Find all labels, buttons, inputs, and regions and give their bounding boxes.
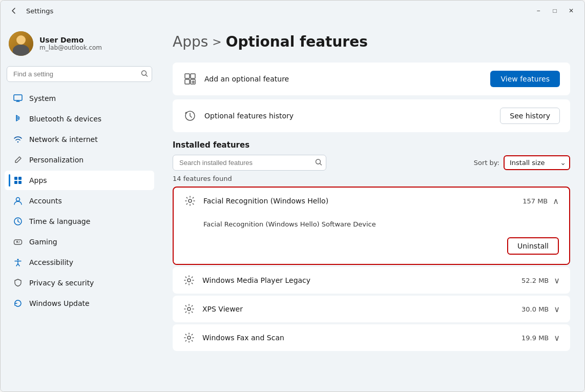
see-history-button[interactable]: See history bbox=[500, 108, 560, 124]
maximize-button[interactable]: □ bbox=[548, 4, 562, 18]
sidebar-item-time[interactable]: Time & language bbox=[5, 212, 154, 231]
person-icon bbox=[13, 196, 23, 206]
history-label: Optional features history bbox=[204, 112, 294, 120]
search-input[interactable] bbox=[7, 66, 152, 82]
user-name: User Demo bbox=[39, 36, 102, 44]
add-feature-label: Add an optional feature bbox=[204, 75, 289, 83]
bluetooth-icon bbox=[13, 114, 23, 124]
sidebar-item-accessibility-label: Accessibility bbox=[29, 258, 73, 266]
search-box bbox=[7, 66, 152, 82]
breadcrumb-parent: Apps bbox=[173, 33, 208, 50]
minimize-button[interactable]: − bbox=[531, 4, 546, 18]
feature-gear-icon-xps bbox=[183, 303, 195, 315]
feature-row-fax[interactable]: Windows Fax and Scan 19.9 MB ∨ bbox=[173, 324, 570, 351]
svg-point-22 bbox=[187, 336, 191, 339]
feature-left-facial-recognition: Facial Recognition (Windows Hello) bbox=[184, 195, 328, 207]
svg-point-10 bbox=[19, 241, 20, 242]
chevron-down-icon-xps: ∨ bbox=[554, 304, 560, 314]
gaming-icon bbox=[13, 237, 23, 247]
breadcrumb-separator: > bbox=[212, 35, 221, 48]
feature-card-facial-recognition: Facial Recognition (Windows Hello) 157 M… bbox=[173, 187, 570, 265]
svg-point-7 bbox=[16, 198, 20, 201]
feature-gear-icon-facial bbox=[184, 195, 196, 207]
sidebar-item-bluetooth[interactable]: Bluetooth & devices bbox=[5, 109, 154, 129]
sidebar-item-system[interactable]: System bbox=[5, 89, 154, 108]
svg-point-19 bbox=[189, 199, 192, 202]
svg-rect-6 bbox=[18, 181, 22, 184]
sidebar-item-personalization-label: Personalization bbox=[29, 156, 83, 164]
feature-card-fax: Windows Fax and Scan 19.9 MB ∨ bbox=[173, 324, 570, 351]
sidebar-item-accounts[interactable]: Accounts bbox=[5, 191, 154, 211]
svg-point-12 bbox=[17, 259, 19, 260]
sidebar: User Demo m_lab@outlook.com bbox=[1, 21, 158, 391]
history-card: Optional features history See history bbox=[173, 99, 570, 132]
main-content: User Demo m_lab@outlook.com bbox=[1, 21, 584, 391]
update-icon bbox=[13, 298, 23, 308]
feature-left-media-player: Windows Media Player Legacy bbox=[183, 274, 310, 286]
chevron-down-icon-media: ∨ bbox=[554, 276, 560, 285]
feature-name-xps: XPS Viewer bbox=[202, 305, 243, 313]
uninstall-row-facial: Uninstall bbox=[203, 232, 559, 262]
sidebar-item-accessibility[interactable]: Accessibility bbox=[5, 253, 154, 272]
svg-point-2 bbox=[17, 141, 18, 142]
user-info: User Demo m_lab@outlook.com bbox=[39, 36, 102, 51]
feature-size-facial: 157 MB bbox=[523, 197, 548, 205]
titlebar-left: Settings bbox=[7, 4, 53, 18]
sidebar-item-apps[interactable]: Apps bbox=[5, 171, 154, 190]
sort-row: Sort by: Install size Name Install date bbox=[474, 155, 570, 170]
installed-section-title: Installed features bbox=[173, 140, 570, 150]
sidebar-item-system-label: System bbox=[29, 94, 56, 102]
feature-right-fax: 19.9 MB ∨ bbox=[521, 333, 560, 343]
feature-size-xps: 30.0 MB bbox=[521, 305, 549, 313]
filter-row: Sort by: Install size Name Install date bbox=[173, 155, 570, 171]
wifi-icon bbox=[13, 134, 23, 145]
back-button[interactable] bbox=[7, 4, 21, 18]
sidebar-item-network[interactable]: Network & internet bbox=[5, 130, 154, 149]
chevron-down-icon-fax: ∨ bbox=[554, 333, 560, 343]
sidebar-item-update[interactable]: Windows Update bbox=[5, 294, 154, 313]
user-email: m_lab@outlook.com bbox=[39, 44, 102, 51]
monitor-icon bbox=[13, 93, 23, 104]
feature-name-facial: Facial Recognition (Windows Hello) bbox=[203, 197, 328, 205]
sort-select[interactable]: Install size Name Install date bbox=[504, 155, 570, 170]
titlebar-controls: − □ ✕ bbox=[531, 4, 578, 18]
sidebar-item-privacy[interactable]: Privacy & security bbox=[5, 273, 154, 293]
feature-name-fax: Windows Fax and Scan bbox=[202, 334, 284, 342]
svg-rect-4 bbox=[18, 177, 22, 180]
feature-card-media-player: Windows Media Player Legacy 52.2 MB ∨ bbox=[173, 267, 570, 294]
search-features-box bbox=[173, 155, 326, 171]
view-features-button[interactable]: View features bbox=[490, 71, 560, 87]
avatar-image bbox=[9, 31, 33, 56]
feature-gear-icon-media bbox=[183, 274, 195, 286]
sidebar-item-gaming[interactable]: Gaming bbox=[5, 232, 154, 252]
search-features-input[interactable] bbox=[173, 155, 326, 171]
user-profile[interactable]: User Demo m_lab@outlook.com bbox=[1, 25, 158, 66]
feature-sub-name-facial: Facial Recognition (Windows Hello) Softw… bbox=[203, 216, 559, 232]
svg-rect-1 bbox=[14, 95, 22, 100]
feature-row-media-player[interactable]: Windows Media Player Legacy 52.2 MB ∨ bbox=[173, 267, 570, 294]
feature-size-fax: 19.9 MB bbox=[521, 334, 549, 342]
svg-rect-3 bbox=[14, 177, 17, 180]
found-count: 14 features found bbox=[173, 175, 570, 182]
titlebar: Settings − □ ✕ bbox=[1, 1, 584, 21]
svg-point-11 bbox=[18, 242, 19, 243]
feature-row-facial-recognition[interactable]: Facial Recognition (Windows Hello) 157 M… bbox=[174, 188, 569, 214]
settings-window: Settings − □ ✕ User Demo m_lab@outlook.c… bbox=[0, 0, 585, 392]
history-icon bbox=[183, 109, 197, 123]
close-button[interactable]: ✕ bbox=[564, 4, 578, 18]
brush-icon bbox=[13, 155, 23, 165]
feature-left-fax: Windows Fax and Scan bbox=[183, 332, 284, 344]
sidebar-item-accounts-label: Accounts bbox=[29, 197, 62, 205]
time-icon bbox=[13, 216, 23, 226]
search-features-icon bbox=[315, 158, 322, 167]
svg-rect-13 bbox=[185, 74, 190, 78]
sort-by-label: Sort by: bbox=[474, 159, 499, 167]
uninstall-button-facial[interactable]: Uninstall bbox=[507, 237, 559, 255]
feature-row-xps[interactable]: XPS Viewer 30.0 MB ∨ bbox=[173, 296, 570, 322]
sidebar-item-network-label: Network & internet bbox=[29, 135, 98, 143]
svg-rect-14 bbox=[191, 74, 195, 78]
search-icon bbox=[141, 70, 148, 78]
sidebar-item-privacy-label: Privacy & security bbox=[29, 279, 94, 287]
content-area: Apps > Optional features bbox=[158, 21, 584, 391]
sidebar-item-personalization[interactable]: Personalization bbox=[5, 150, 154, 170]
